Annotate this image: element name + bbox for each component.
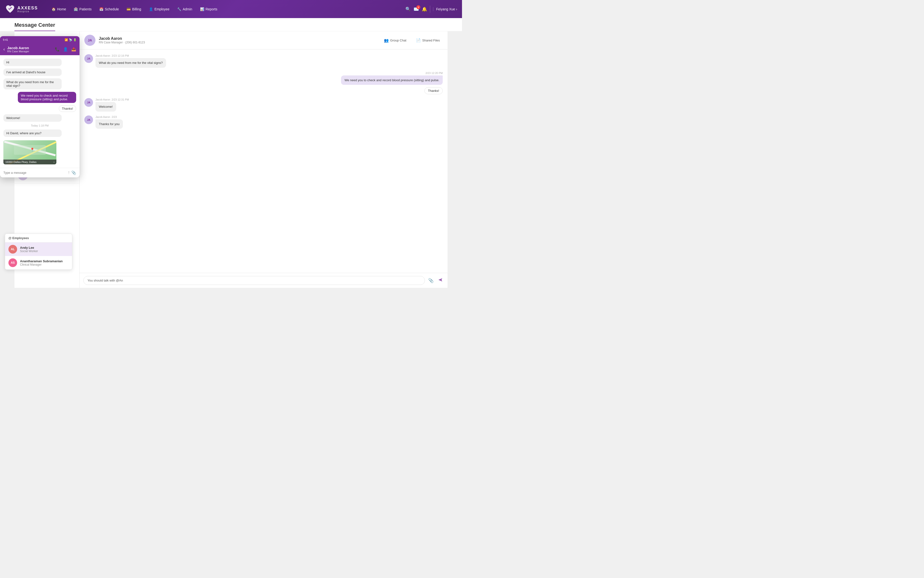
msg-bubble: What do you need from me for the vital s… xyxy=(96,58,166,68)
nav-schedule[interactable]: 📅 Schedule xyxy=(96,6,122,13)
message-row: JA Jacob Aaron 2/23 12:31 PM Welcome! xyxy=(84,98,443,112)
page-title-bar: Message Center xyxy=(0,18,462,31)
contact-name: Jacob Aaron xyxy=(99,36,378,41)
schedule-icon: 📅 xyxy=(99,7,104,11)
msg-content: Jacob Aaron 2/23 Thanks for you xyxy=(96,115,123,129)
nav-billing[interactable]: 💳 Billing xyxy=(123,6,144,13)
nav-reports[interactable]: 📊 Reports xyxy=(197,6,221,13)
mobile-map[interactable]: 📍 16060 Dallas Pkwy, Dallas › xyxy=(3,140,57,164)
msg-content: Jacob Aaron 2/23 12:16 PM What do you ne… xyxy=(96,54,166,68)
mobile-time: 9:41 xyxy=(3,38,8,41)
nav-admin[interactable]: 🔧 Admin xyxy=(174,6,196,13)
mobile-attachment-icon[interactable]: 📎 xyxy=(71,170,76,175)
logo-sub: Hospice xyxy=(17,10,38,13)
mobile-msg: Hi xyxy=(3,58,62,66)
nav-employee[interactable]: 👤 Employee xyxy=(146,6,173,13)
mention-name: Andy Lee xyxy=(20,246,38,250)
nav-divider xyxy=(430,6,430,13)
map-label[interactable]: 16060 Dallas Pkwy, Dallas › xyxy=(3,159,57,164)
nav-home[interactable]: 🏠 Home xyxy=(48,6,70,13)
logo-text-block: AXXESS Hospice xyxy=(17,6,38,13)
msg-meta: 2/23 12:20 PM xyxy=(341,71,443,75)
mention-role: Clinical Manager xyxy=(20,263,63,266)
message-row: JA Jacob Aaron 2/23 12:16 PM What do you… xyxy=(84,54,443,68)
logo: AXXESS Hospice xyxy=(5,4,46,14)
chat-header-actions: 👥 Group Chat 📄 Shared Files xyxy=(381,37,443,44)
mobile-msg: I've arrived at Daivd's house xyxy=(3,68,62,76)
battery-icon: 🔋 xyxy=(73,38,77,41)
mobile-status-bar: 9:41 📶 📡 🔋 xyxy=(0,36,79,43)
mobile-msg: Hi David, where are you? xyxy=(3,130,62,137)
mention-item[interactable]: AS Anantharaman Subramanian Clinical Man… xyxy=(5,256,72,270)
mention-role: Social Worker xyxy=(20,250,38,253)
messages-badge: 1 xyxy=(417,5,420,9)
mention-avatar: AL xyxy=(8,245,17,253)
msg-content: 2/23 12:20 PM We need you to check and r… xyxy=(341,71,443,94)
group-chat-button[interactable]: 👥 Group Chat xyxy=(381,37,409,44)
thanks-bubble: Thanks! xyxy=(425,87,443,94)
user-menu[interactable]: Feiyang Xue › xyxy=(433,7,457,11)
msg-bubble: Welcome! xyxy=(96,102,116,112)
mobile-chat-input[interactable] xyxy=(3,171,66,175)
mobile-contact-role: RN Case Manager xyxy=(7,50,52,53)
mention-item[interactable]: AL Andy Lee Social Worker xyxy=(5,242,72,256)
msg-avatar: JA xyxy=(84,54,93,63)
chat-header: JA Jacob Aaron RN Case Manager · (206) 6… xyxy=(79,31,447,49)
send-button[interactable] xyxy=(437,276,444,284)
home-icon: 🏠 xyxy=(52,7,56,11)
back-button[interactable]: ‹ xyxy=(3,47,5,52)
reports-icon: 📊 xyxy=(200,7,204,11)
signal-icon: 📶 xyxy=(65,38,68,41)
chat-input[interactable] xyxy=(83,276,425,285)
admin-icon: 🔧 xyxy=(177,7,181,11)
search-button[interactable]: 🔍 xyxy=(405,6,411,12)
messages-button[interactable]: ✉️ 1 xyxy=(413,6,419,12)
msg-meta: Jacob Aaron 2/23 12:16 PM xyxy=(96,54,166,57)
page-title: Message Center xyxy=(15,22,55,31)
msg-content: Jacob Aaron 2/23 12:31 PM Welcome! xyxy=(96,98,129,112)
mention-header: @ Employees xyxy=(5,234,72,242)
employee-icon: 👤 xyxy=(149,7,153,11)
chat-header-avatar: JA xyxy=(84,35,96,46)
mobile-share-icon[interactable]: 📤 xyxy=(71,47,76,52)
msg-bubble: We need you to check and record blood pr… xyxy=(341,75,443,85)
mobile-add-contact-icon[interactable]: 👤 xyxy=(63,47,68,52)
mention-dropdown: @ Employees AL Andy Lee Social Worker AS… xyxy=(5,234,72,270)
mobile-messages: Hi I've arrived at Daivd's house What do… xyxy=(0,55,79,168)
mobile-input-bar: ! 📎 xyxy=(0,168,79,177)
mobile-header: ‹ Jacob Aaron RN Case Manager 📞 👤 📤 xyxy=(0,43,79,55)
shared-files-button[interactable]: 📄 Shared Files xyxy=(413,37,443,44)
mobile-msg: Welcome! xyxy=(3,114,62,122)
logo-icon xyxy=(5,4,15,14)
mobile-exclaim-icon[interactable]: ! xyxy=(68,170,70,175)
patients-icon: 🏥 xyxy=(74,7,78,11)
mobile-call-icon[interactable]: 📞 xyxy=(55,47,60,52)
msg-bubble: Thanks for you xyxy=(96,119,123,129)
group-chat-icon: 👥 xyxy=(384,38,389,43)
navbar: AXXESS Hospice 🏠 Home 🏥 Patients 📅 Sched… xyxy=(0,0,462,18)
chevron-right-icon: › xyxy=(53,161,55,163)
chat-main: JA Jacob Aaron RN Case Manager · (206) 6… xyxy=(79,31,447,288)
mention-name: Anantharaman Subramanian xyxy=(20,259,63,263)
chat-input-area: 📎 xyxy=(79,273,447,288)
mobile-msg: What do you need from me for the vital s… xyxy=(3,78,62,89)
attachment-button[interactable]: 📎 xyxy=(427,277,434,284)
message-row: 2/23 12:20 PM We need you to check and r… xyxy=(84,71,443,94)
mobile-timestamp: Today 1:18 PM xyxy=(3,124,76,127)
mention-info: Andy Lee Social Worker xyxy=(20,246,38,253)
msg-avatar: JA xyxy=(84,98,93,107)
mobile-contact-name: Jacob Aaron xyxy=(7,46,52,50)
send-icon xyxy=(438,278,443,282)
mobile-thanks: Thanks! xyxy=(59,106,76,112)
messages-area: JA Jacob Aaron 2/23 12:16 PM What do you… xyxy=(79,49,447,273)
mention-avatar: AS xyxy=(8,258,17,267)
nav-right: 🔍 ✉️ 1 🔔 Feiyang Xue › xyxy=(405,6,457,13)
nav-patients[interactable]: 🏥 Patients xyxy=(70,6,95,13)
mobile-msg: We need you to check and record blood pr… xyxy=(18,92,76,103)
mention-info: Anantharaman Subramanian Clinical Manage… xyxy=(20,259,63,266)
notifications-button[interactable]: 🔔 xyxy=(422,6,427,12)
billing-icon: 💳 xyxy=(126,7,131,11)
mobile-contact-info: Jacob Aaron RN Case Manager xyxy=(7,46,52,53)
shared-files-icon: 📄 xyxy=(416,38,421,43)
chat-header-info: Jacob Aaron RN Case Manager · (206) 601-… xyxy=(99,36,378,44)
